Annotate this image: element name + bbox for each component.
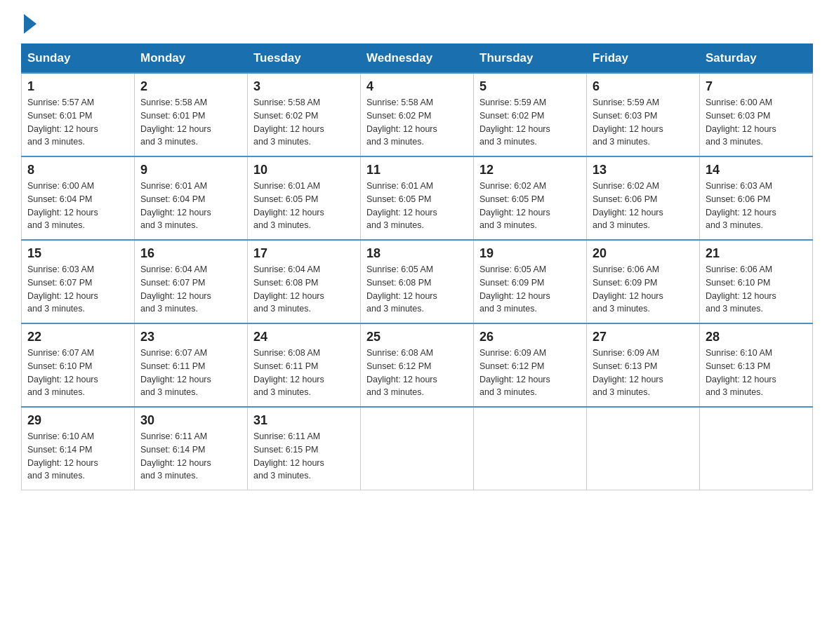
day-info: Sunrise: 6:09 AMSunset: 6:13 PMDaylight:… xyxy=(593,347,694,399)
day-number: 30 xyxy=(140,413,241,428)
calendar-cell: 9Sunrise: 6:01 AMSunset: 6:04 PMDaylight… xyxy=(135,156,248,240)
day-info: Sunrise: 6:03 AMSunset: 6:07 PMDaylight:… xyxy=(27,263,128,316)
week-row-5: 29Sunrise: 6:10 AMSunset: 6:14 PMDayligh… xyxy=(22,407,813,490)
calendar-cell: 28Sunrise: 6:10 AMSunset: 6:13 PMDayligh… xyxy=(700,323,813,407)
day-number: 28 xyxy=(706,330,807,344)
day-number: 26 xyxy=(479,330,581,344)
calendar-cell xyxy=(700,407,813,490)
day-number: 22 xyxy=(27,330,128,344)
day-info: Sunrise: 6:06 AMSunset: 6:10 PMDaylight:… xyxy=(706,263,807,316)
calendar-cell xyxy=(361,407,474,490)
calendar-cell: 1Sunrise: 5:57 AMSunset: 6:01 PMDaylight… xyxy=(22,73,135,156)
day-number: 13 xyxy=(593,163,694,177)
day-info: Sunrise: 5:57 AMSunset: 6:01 PMDaylight:… xyxy=(27,96,128,149)
logo xyxy=(21,14,38,31)
day-number: 24 xyxy=(253,330,355,344)
day-info: Sunrise: 5:58 AMSunset: 6:01 PMDaylight:… xyxy=(140,96,241,149)
calendar-cell: 24Sunrise: 6:08 AMSunset: 6:11 PMDayligh… xyxy=(248,323,361,407)
calendar-cell: 20Sunrise: 6:06 AMSunset: 6:09 PMDayligh… xyxy=(587,240,700,323)
calendar-cell: 14Sunrise: 6:03 AMSunset: 6:06 PMDayligh… xyxy=(700,156,813,240)
header-thursday: Thursday xyxy=(474,44,587,74)
header-wednesday: Wednesday xyxy=(361,44,474,74)
day-info: Sunrise: 6:02 AMSunset: 6:05 PMDaylight:… xyxy=(479,180,581,232)
week-row-4: 22Sunrise: 6:07 AMSunset: 6:10 PMDayligh… xyxy=(22,323,813,407)
calendar-cell: 23Sunrise: 6:07 AMSunset: 6:11 PMDayligh… xyxy=(135,323,248,407)
day-number: 4 xyxy=(366,79,468,94)
calendar-cell: 7Sunrise: 6:00 AMSunset: 6:03 PMDaylight… xyxy=(700,73,813,156)
calendar-cell: 6Sunrise: 5:59 AMSunset: 6:03 PMDaylight… xyxy=(587,73,700,156)
calendar-cell: 29Sunrise: 6:10 AMSunset: 6:14 PMDayligh… xyxy=(22,407,135,490)
day-number: 8 xyxy=(27,163,128,177)
header-saturday: Saturday xyxy=(700,44,813,74)
day-info: Sunrise: 6:01 AMSunset: 6:05 PMDaylight:… xyxy=(366,180,468,232)
day-info: Sunrise: 6:10 AMSunset: 6:13 PMDaylight:… xyxy=(706,347,807,399)
week-row-2: 8Sunrise: 6:00 AMSunset: 6:04 PMDaylight… xyxy=(22,156,813,240)
day-number: 21 xyxy=(706,246,807,261)
day-number: 17 xyxy=(253,246,355,261)
day-info: Sunrise: 6:07 AMSunset: 6:10 PMDaylight:… xyxy=(27,347,128,399)
header-monday: Monday xyxy=(135,44,248,74)
calendar-cell: 12Sunrise: 6:02 AMSunset: 6:05 PMDayligh… xyxy=(474,156,587,240)
calendar-cell: 22Sunrise: 6:07 AMSunset: 6:10 PMDayligh… xyxy=(22,323,135,407)
day-info: Sunrise: 6:11 AMSunset: 6:15 PMDaylight:… xyxy=(253,430,355,483)
day-number: 23 xyxy=(140,330,241,344)
header-tuesday: Tuesday xyxy=(248,44,361,74)
day-info: Sunrise: 5:59 AMSunset: 6:03 PMDaylight:… xyxy=(593,96,694,149)
day-number: 15 xyxy=(27,246,128,261)
day-number: 31 xyxy=(253,413,355,428)
calendar-cell: 8Sunrise: 6:00 AMSunset: 6:04 PMDaylight… xyxy=(22,156,135,240)
day-info: Sunrise: 6:00 AMSunset: 6:04 PMDaylight:… xyxy=(27,180,128,232)
calendar-table: SundayMondayTuesdayWednesdayThursdayFrid… xyxy=(21,43,813,490)
day-info: Sunrise: 6:10 AMSunset: 6:14 PMDaylight:… xyxy=(27,430,128,483)
calendar-cell: 4Sunrise: 5:58 AMSunset: 6:02 PMDaylight… xyxy=(361,73,474,156)
day-number: 3 xyxy=(253,79,355,94)
calendar-body: 1Sunrise: 5:57 AMSunset: 6:01 PMDaylight… xyxy=(22,73,813,490)
calendar-cell: 21Sunrise: 6:06 AMSunset: 6:10 PMDayligh… xyxy=(700,240,813,323)
day-info: Sunrise: 6:05 AMSunset: 6:09 PMDaylight:… xyxy=(479,263,581,316)
calendar-cell: 2Sunrise: 5:58 AMSunset: 6:01 PMDaylight… xyxy=(135,73,248,156)
day-info: Sunrise: 6:06 AMSunset: 6:09 PMDaylight:… xyxy=(593,263,694,316)
day-number: 19 xyxy=(479,246,581,261)
calendar-cell: 27Sunrise: 6:09 AMSunset: 6:13 PMDayligh… xyxy=(587,323,700,407)
calendar-cell: 17Sunrise: 6:04 AMSunset: 6:08 PMDayligh… xyxy=(248,240,361,323)
day-info: Sunrise: 6:00 AMSunset: 6:03 PMDaylight:… xyxy=(706,96,807,149)
day-number: 10 xyxy=(253,163,355,177)
day-info: Sunrise: 5:59 AMSunset: 6:02 PMDaylight:… xyxy=(479,96,581,149)
day-info: Sunrise: 6:08 AMSunset: 6:11 PMDaylight:… xyxy=(253,347,355,399)
calendar-cell: 16Sunrise: 6:04 AMSunset: 6:07 PMDayligh… xyxy=(135,240,248,323)
week-row-1: 1Sunrise: 5:57 AMSunset: 6:01 PMDaylight… xyxy=(22,73,813,156)
day-info: Sunrise: 6:08 AMSunset: 6:12 PMDaylight:… xyxy=(366,347,468,399)
week-row-3: 15Sunrise: 6:03 AMSunset: 6:07 PMDayligh… xyxy=(22,240,813,323)
logo-arrow-icon xyxy=(24,14,37,34)
calendar-cell xyxy=(587,407,700,490)
calendar-cell: 19Sunrise: 6:05 AMSunset: 6:09 PMDayligh… xyxy=(474,240,587,323)
calendar-cell: 26Sunrise: 6:09 AMSunset: 6:12 PMDayligh… xyxy=(474,323,587,407)
day-info: Sunrise: 6:01 AMSunset: 6:05 PMDaylight:… xyxy=(253,180,355,232)
day-info: Sunrise: 6:01 AMSunset: 6:04 PMDaylight:… xyxy=(140,180,241,232)
day-number: 5 xyxy=(479,79,581,94)
day-number: 16 xyxy=(140,246,241,261)
day-info: Sunrise: 6:04 AMSunset: 6:08 PMDaylight:… xyxy=(253,263,355,316)
day-number: 9 xyxy=(140,163,241,177)
day-number: 1 xyxy=(27,79,128,94)
calendar-cell: 11Sunrise: 6:01 AMSunset: 6:05 PMDayligh… xyxy=(361,156,474,240)
logo-top xyxy=(21,14,38,34)
calendar-cell: 10Sunrise: 6:01 AMSunset: 6:05 PMDayligh… xyxy=(248,156,361,240)
day-number: 6 xyxy=(593,79,694,94)
day-number: 27 xyxy=(593,330,694,344)
calendar-cell: 25Sunrise: 6:08 AMSunset: 6:12 PMDayligh… xyxy=(361,323,474,407)
day-number: 25 xyxy=(366,330,468,344)
day-number: 18 xyxy=(366,246,468,261)
day-info: Sunrise: 6:07 AMSunset: 6:11 PMDaylight:… xyxy=(140,347,241,399)
day-number: 7 xyxy=(706,79,807,94)
calendar-cell: 15Sunrise: 6:03 AMSunset: 6:07 PMDayligh… xyxy=(22,240,135,323)
day-number: 11 xyxy=(366,163,468,177)
day-info: Sunrise: 5:58 AMSunset: 6:02 PMDaylight:… xyxy=(253,96,355,149)
calendar-cell: 18Sunrise: 6:05 AMSunset: 6:08 PMDayligh… xyxy=(361,240,474,323)
calendar-header: SundayMondayTuesdayWednesdayThursdayFrid… xyxy=(22,44,813,74)
header-sunday: Sunday xyxy=(22,44,135,74)
day-info: Sunrise: 5:58 AMSunset: 6:02 PMDaylight:… xyxy=(366,96,468,149)
calendar-cell: 3Sunrise: 5:58 AMSunset: 6:02 PMDaylight… xyxy=(248,73,361,156)
day-info: Sunrise: 6:09 AMSunset: 6:12 PMDaylight:… xyxy=(479,347,581,399)
calendar-cell: 13Sunrise: 6:02 AMSunset: 6:06 PMDayligh… xyxy=(587,156,700,240)
